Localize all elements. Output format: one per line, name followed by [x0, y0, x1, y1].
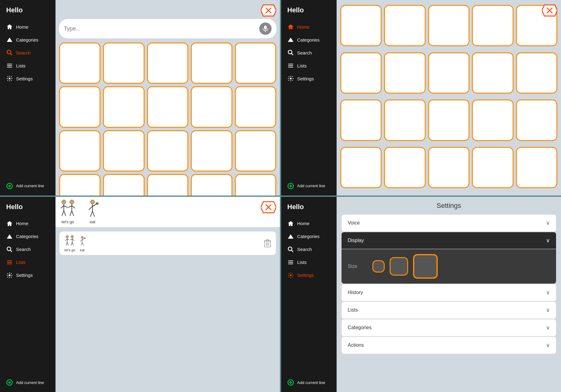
settings-row-lists[interactable]: Lists ∨ [342, 302, 556, 319]
sidebar-item-settings-q4[interactable]: Settings [281, 269, 337, 282]
settings-row-categories[interactable]: Categories ∨ [342, 319, 556, 336]
symbol-cell[interactable] [103, 174, 144, 195]
settings-row-voice[interactable]: Voice ∨ [342, 215, 556, 232]
home-cell[interactable] [384, 52, 425, 94]
symbol-cell[interactable] [59, 42, 100, 84]
settings-actions-label: Actions [348, 342, 364, 348]
sidebar-item-lists-q4[interactable]: Lists [281, 256, 337, 269]
add-current-line-q4[interactable]: Add current line [281, 376, 337, 392]
svg-line-57 [92, 204, 96, 206]
svg-line-66 [67, 242, 68, 245]
home-cell[interactable] [428, 99, 469, 141]
home-cell[interactable] [516, 99, 557, 141]
search-icon-q3 [6, 246, 13, 253]
symbol-cell[interactable] [147, 86, 188, 127]
delete-button-q3[interactable] [264, 239, 271, 247]
sidebar-item-home-q4[interactable]: Home [281, 217, 337, 230]
categories-icon-q4 [287, 233, 294, 240]
symbol-cell[interactable] [103, 42, 144, 84]
lists-body-q3: let's go ea [55, 228, 280, 392]
sidebar-item-lists-q3[interactable]: Lists [0, 256, 55, 269]
svg-line-64 [67, 239, 69, 240]
home-cell[interactable] [340, 5, 382, 46]
settings-label-q1: Settings [16, 76, 33, 81]
symbol-cell[interactable] [235, 86, 276, 127]
close-button-q3[interactable] [261, 200, 276, 214]
symbol-cell[interactable] [191, 174, 232, 195]
sidebar-item-categories-q2[interactable]: Categories [281, 33, 337, 46]
sidebar-item-settings-q1[interactable]: Settings [0, 72, 55, 85]
symbol-cell[interactable] [59, 174, 100, 195]
symbol-cell[interactable] [59, 86, 100, 127]
home-cell[interactable] [516, 52, 557, 94]
sidebar-item-lists-q1[interactable]: Lists [0, 59, 55, 72]
home-cell[interactable] [516, 147, 557, 188]
sidebar-q2: Hello Home Categories [281, 0, 337, 196]
size-option-small[interactable] [372, 260, 385, 273]
symbol-cell[interactable] [191, 86, 232, 127]
sidebar-item-categories-q4[interactable]: Categories [281, 230, 337, 243]
home-cell[interactable] [472, 147, 513, 188]
symbol-cell[interactable] [103, 130, 144, 172]
list-row: let's go ea [59, 231, 276, 255]
sidebar-item-categories-q3[interactable]: Categories [0, 230, 55, 243]
sidebar-item-search-q1[interactable]: Search [0, 46, 55, 59]
mic-button-q1[interactable] [259, 22, 272, 35]
sidebar-item-search-q3[interactable]: Search [0, 243, 55, 256]
settings-row-actions[interactable]: Actions ∨ [342, 337, 556, 354]
symbol-cell[interactable] [147, 42, 188, 84]
sidebar-item-categories-q1[interactable]: Categories [0, 33, 55, 46]
settings-row-display[interactable]: Display ∨ [342, 232, 556, 249]
add-current-line-q3[interactable]: Add current line [0, 376, 55, 392]
home-cell[interactable] [340, 147, 382, 188]
sidebar-item-settings-q2[interactable]: Settings [281, 72, 337, 85]
home-cell[interactable] [428, 5, 469, 46]
symbol-cell[interactable] [147, 130, 188, 172]
symbol-cell[interactable] [59, 130, 100, 172]
home-cell[interactable] [428, 52, 469, 94]
svg-point-61 [66, 235, 68, 238]
svg-line-79 [82, 242, 84, 245]
home-cell[interactable] [384, 5, 425, 46]
settings-row-history[interactable]: History ∨ [342, 284, 556, 301]
symbol-cell[interactable] [235, 42, 276, 84]
symbol-cell[interactable] [235, 174, 276, 195]
home-cell[interactable] [472, 52, 513, 94]
home-cell[interactable] [428, 147, 469, 188]
add-current-line-q1[interactable]: Add current line [0, 180, 55, 196]
home-cell[interactable] [472, 99, 513, 141]
sidebar-item-settings-q3[interactable]: Settings [0, 269, 55, 282]
svg-marker-86 [288, 234, 293, 239]
settings-icon-q2 [287, 75, 294, 82]
settings-icon-q1 [6, 75, 13, 82]
size-option-medium[interactable] [390, 257, 408, 276]
sidebar-item-search-q2[interactable]: Search [281, 46, 337, 59]
symbol-cell[interactable] [191, 42, 232, 84]
home-cell[interactable] [472, 5, 513, 46]
symbol-cell[interactable] [235, 130, 276, 172]
symbol-cell[interactable] [103, 86, 144, 127]
sidebar-item-home-q3[interactable]: Home [0, 217, 55, 230]
sidebar-item-lists-q2[interactable]: Lists [281, 59, 337, 72]
sidebar-item-home-q1[interactable]: q1 Home [0, 20, 55, 33]
home-icon-q1 [6, 23, 13, 30]
categories-icon-q2 [287, 36, 294, 43]
home-cell[interactable] [340, 99, 382, 141]
lists-icon-q1 [6, 62, 13, 69]
close-button-q1[interactable] [261, 4, 276, 17]
lists-icon-q3 [6, 259, 13, 266]
symbol-cell[interactable] [191, 130, 232, 172]
home-cell[interactable] [384, 147, 425, 188]
search-text-input-q1[interactable] [64, 26, 256, 32]
settings-display-label: Display [348, 238, 364, 243]
sidebar-item-home-q2[interactable]: Home [281, 20, 337, 33]
sidebar-item-search-q4[interactable]: Search [281, 243, 337, 256]
symbol-cell[interactable] [147, 174, 188, 195]
settings-section-history: History ∨ [342, 284, 556, 301]
list-row-figures: let's go ea [64, 235, 260, 252]
size-option-large[interactable] [413, 254, 438, 279]
close-button-q2[interactable] [542, 4, 557, 17]
home-cell[interactable] [340, 52, 382, 94]
home-cell[interactable] [384, 99, 425, 141]
add-current-line-q2[interactable]: Add current line [281, 180, 337, 196]
